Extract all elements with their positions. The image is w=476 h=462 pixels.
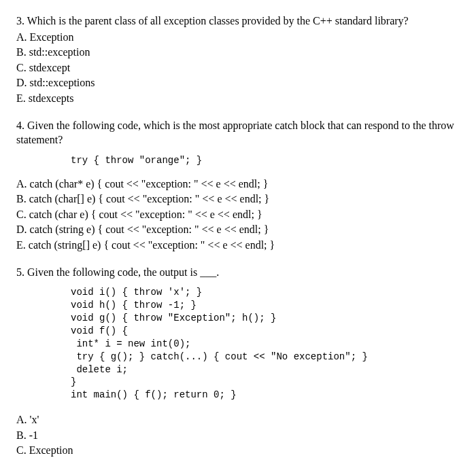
q3-option-e: E. stdexcepts bbox=[16, 91, 460, 106]
q3-option-d: D. std::exceptions bbox=[16, 75, 460, 90]
q4-option-e: E. catch (string[] e) { cout << "excepti… bbox=[16, 238, 460, 253]
q3-option-c: C. stdexcept bbox=[16, 60, 460, 75]
q3-option-a: A. Exception bbox=[16, 30, 460, 45]
q4-code: try { throw "orange"; } bbox=[71, 154, 460, 167]
q4-options: A. catch (char* e) { cout << "exception:… bbox=[16, 177, 460, 253]
q4-option-a: A. catch (char* e) { cout << "exception:… bbox=[16, 177, 460, 192]
q5-option-c: C. Exception bbox=[16, 443, 460, 458]
q4-option-c: C. catch (char e) { cout << "exception: … bbox=[16, 207, 460, 222]
q3-options: A. Exception B. std::exception C. stdexc… bbox=[16, 30, 460, 106]
q5-option-b: B. -1 bbox=[16, 428, 460, 443]
q4-prompt: 4. Given the following code, which is th… bbox=[16, 118, 460, 147]
q5-options: A. 'x' B. -1 C. Exception D. 0 E. No exc… bbox=[16, 412, 460, 462]
q3-option-b: B. std::exception bbox=[16, 45, 460, 60]
q4-option-d: D. catch (string e) { cout << "exception… bbox=[16, 222, 460, 237]
q5-option-d: D. 0 bbox=[16, 459, 460, 462]
q5-option-a: A. 'x' bbox=[16, 412, 460, 427]
q3-prompt: 3. Which is the parent class of all exce… bbox=[16, 14, 460, 29]
q5-code: void i() { throw 'x'; } void h() { throw… bbox=[71, 286, 460, 402]
q5-prompt: 5. Given the following code, the output … bbox=[16, 265, 460, 280]
q4-option-b: B. catch (char[] e) { cout << "exception… bbox=[16, 192, 460, 207]
